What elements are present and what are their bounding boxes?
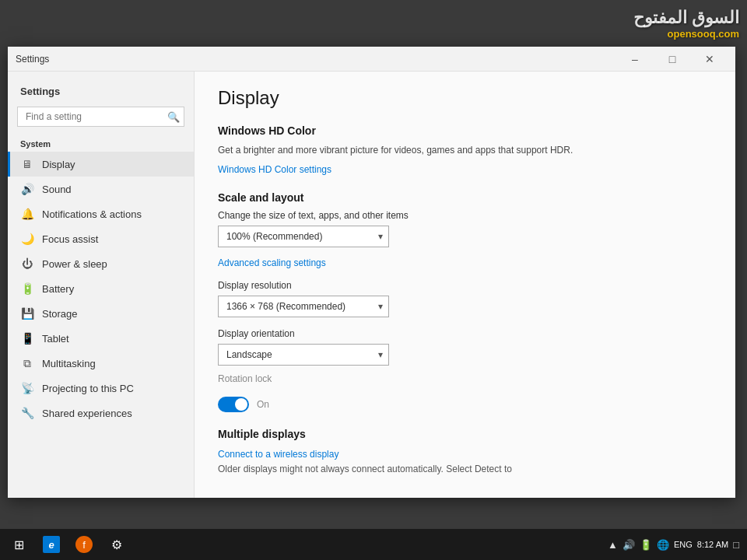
resolution-dropdown-wrap[interactable]: 1366 × 768 (Recommended) [218,296,389,317]
resolution-row: Display resolution 1366 × 768 (Recommend… [218,280,712,317]
window-title: Settings [16,54,49,65]
sidebar-item-label-focus: Focus assist [42,233,98,245]
hd-color-link[interactable]: Windows HD Color settings [218,164,331,175]
sidebar-item-multitasking[interactable]: ⧉ Multitasking [8,351,194,376]
speaker-icon[interactable]: 🔊 [622,539,635,551]
system-section-label: System [8,133,194,152]
sidebar-item-label-shared: Shared experiences [42,408,132,419]
title-bar: Settings – □ ✕ [8,47,735,72]
orientation-select[interactable]: Landscape [218,344,389,366]
watermark: السوق المفتوح opensooq.com [633,8,739,40]
sidebar: Settings 🔍 System 🖥 Display 🔊 Sound 🔔 [8,72,195,498]
edge-icon: e [43,536,60,553]
scale-label: Change the size of text, apps, and other… [218,210,712,221]
sidebar-item-notifications[interactable]: 🔔 Notifications & actions [8,201,194,226]
sidebar-item-label-sound: Sound [42,184,72,195]
minimize-button[interactable]: – [617,47,653,72]
scale-layout-title: Scale and layout [218,191,712,204]
settings-taskbar-icon: ⚙ [108,536,125,553]
focus-assist-icon: 🌙 [20,232,34,246]
rotation-lock-toggle[interactable] [218,397,249,412]
start-button[interactable]: ⊞ [3,529,34,560]
window-controls: – □ ✕ [617,47,728,72]
multitasking-icon: ⧉ [20,356,34,370]
sidebar-item-power-sleep[interactable]: ⏻ Power & sleep [8,251,194,276]
taskbar-right: ▲ 🔊 🔋 🌐 ENG 8:12 AM □ [608,539,744,551]
resolution-label: Display resolution [218,280,712,291]
sidebar-item-label-display: Display [42,159,75,170]
scale-select[interactable]: 100% (Recommended) [218,226,389,247]
start-icon: ⊞ [14,537,24,552]
sidebar-item-label-multitasking: Multitasking [42,358,96,369]
sidebar-item-battery[interactable]: 🔋 Battery [8,276,194,301]
sidebar-item-label-notifications: Notifications & actions [42,208,142,220]
sidebar-item-label-tablet: Tablet [42,333,69,345]
sidebar-item-label-storage: Storage [42,308,78,320]
sidebar-item-focus-assist[interactable]: 🌙 Focus assist [8,226,194,251]
shared-exp-icon: 🔧 [20,406,34,420]
main-content: Display Windows HD Color Get a brighter … [195,72,735,498]
multiple-displays-title: Multiple displays [218,428,712,440]
advanced-scaling-link[interactable]: Advanced scaling settings [218,257,326,268]
scale-layout-section: Scale and layout Change the size of text… [218,191,712,412]
wireless-display-link[interactable]: Connect to a wireless display [218,449,338,460]
notifications-icon: 🔔 [20,207,34,221]
system-tray-arrow[interactable]: ▲ [608,539,618,551]
close-button[interactable]: ✕ [692,47,728,72]
sidebar-item-sound[interactable]: 🔊 Sound [8,177,194,201]
settings-window: Settings – □ ✕ Settings 🔍 System 🖥 [8,47,735,498]
taskbar-app-settings[interactable]: ⚙ [101,529,132,560]
notification-icon[interactable]: □ [733,539,739,551]
sidebar-item-display[interactable]: 🖥 Display [8,152,194,177]
time: 8:12 AM [697,539,728,550]
scale-dropdown-wrap[interactable]: 100% (Recommended) [218,226,389,247]
page-title: Display [218,87,712,109]
hd-color-desc: Get a brighter and more vibrant picture … [218,143,712,157]
tablet-icon: 📱 [20,331,34,345]
power-sleep-icon: ⏻ [20,257,34,271]
watermark-arabic: السوق المفتوح [633,8,739,28]
window-body: Settings 🔍 System 🖥 Display 🔊 Sound 🔔 [8,72,735,498]
sidebar-item-label-projecting: Projecting to this PC [42,383,134,394]
battery-taskbar-icon[interactable]: 🔋 [640,539,652,551]
network-icon[interactable]: 🌐 [657,539,669,551]
multiple-displays-desc: Older displays might not always connect … [218,464,712,474]
sidebar-item-label-battery: Battery [42,283,74,295]
rotation-lock-label: Rotation lock [218,373,272,384]
toggle-on-label: On [257,399,269,410]
display-icon: 🖥 [20,157,34,171]
resolution-select[interactable]: 1366 × 768 (Recommended) [218,296,389,317]
watermark-brand: opensooq.com [633,28,739,40]
search-input[interactable] [17,107,184,127]
hd-color-section: Windows HD Color Get a brighter and more… [218,124,712,176]
scale-row: Change the size of text, apps, and other… [218,210,712,247]
rotation-lock-row: Rotation lock [218,373,712,389]
taskbar-app-firefox[interactable]: f [68,529,100,560]
battery-icon: 🔋 [20,282,34,296]
sidebar-item-tablet[interactable]: 📱 Tablet [8,326,194,351]
orientation-dropdown-wrap[interactable]: Landscape [218,344,389,366]
desktop: السوق المفتوح opensooq.com Settings – □ … [0,0,747,560]
projecting-icon: 📡 [20,381,34,395]
sidebar-item-shared-exp[interactable]: 🔧 Shared experiences [8,401,194,425]
taskbar: ⊞ e f ⚙ ▲ 🔊 🔋 🌐 ENG 8:12 AM □ [0,529,747,560]
maximize-button[interactable]: □ [654,47,690,72]
firefox-icon: f [75,536,93,553]
search-icon: 🔍 [167,111,180,123]
search-box[interactable]: 🔍 [17,107,184,127]
sidebar-item-projecting[interactable]: 📡 Projecting to this PC [8,376,194,401]
orientation-row: Display orientation Landscape [218,328,712,366]
sidebar-header: Settings [8,79,194,100]
sound-icon: 🔊 [20,182,34,196]
sidebar-item-label-power: Power & sleep [42,258,107,270]
language-indicator: ENG [674,540,693,549]
storage-icon: 💾 [20,306,34,320]
time-display[interactable]: 8:12 AM [697,539,728,550]
sidebar-item-storage[interactable]: 💾 Storage [8,301,194,326]
orientation-label: Display orientation [218,328,712,339]
multiple-displays-section: Multiple displays Connect to a wireless … [218,428,712,474]
taskbar-app-edge[interactable]: e [36,529,67,560]
hd-color-title: Windows HD Color [218,124,712,137]
toggle-row: On [218,397,712,412]
